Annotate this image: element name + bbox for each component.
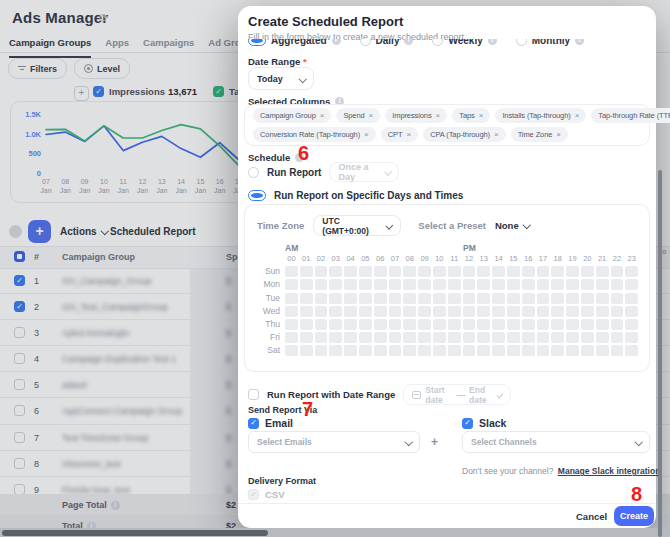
schedule-cell[interactable] (477, 279, 490, 290)
schedule-cell[interactable] (537, 319, 550, 330)
schedule-cell[interactable] (596, 332, 609, 343)
schedule-cell[interactable] (315, 279, 328, 290)
schedule-cell[interactable] (389, 319, 402, 330)
radio-unselected[interactable] (360, 39, 371, 46)
schedule-cell[interactable] (596, 306, 609, 317)
schedule-cell[interactable] (433, 279, 446, 290)
schedule-cell[interactable] (329, 319, 342, 330)
schedule-cell[interactable] (403, 345, 416, 356)
schedule-cell[interactable] (418, 279, 431, 290)
chip-remove-icon[interactable]: × (479, 111, 484, 120)
schedule-cell[interactable] (477, 306, 490, 317)
schedule-cell[interactable] (625, 293, 638, 304)
schedule-cell[interactable] (463, 319, 476, 330)
schedule-cell[interactable] (551, 345, 564, 356)
schedule-cell[interactable] (403, 306, 416, 317)
schedule-cell[interactable] (315, 266, 328, 277)
schedule-cell[interactable] (285, 319, 298, 330)
schedule-cell[interactable] (359, 266, 372, 277)
schedule-cell[interactable] (596, 266, 609, 277)
schedule-cell[interactable] (374, 266, 387, 277)
schedule-cell[interactable] (300, 332, 313, 343)
schedule-cell[interactable] (566, 332, 579, 343)
schedule-cell[interactable] (611, 279, 624, 290)
chip-remove-icon[interactable]: × (575, 111, 580, 120)
schedule-cell[interactable] (463, 279, 476, 290)
schedule-cell[interactable] (448, 306, 461, 317)
schedule-cell[interactable] (507, 319, 520, 330)
checkbox-unchecked[interactable] (248, 389, 259, 400)
schedule-cell[interactable] (477, 332, 490, 343)
schedule-cell[interactable] (359, 332, 372, 343)
schedule-cell[interactable] (403, 266, 416, 277)
aggregation-option-aggregated[interactable]: Aggregated (248, 39, 341, 46)
schedule-cell[interactable] (448, 332, 461, 343)
radio-selected[interactable] (248, 39, 266, 46)
schedule-cell[interactable] (581, 266, 594, 277)
schedule-cell[interactable] (463, 332, 476, 343)
schedule-cell[interactable] (551, 319, 564, 330)
schedule-cell[interactable] (389, 266, 402, 277)
schedule-cell[interactable] (522, 279, 535, 290)
schedule-cell[interactable] (433, 306, 446, 317)
schedule-cell[interactable] (566, 319, 579, 330)
chip-remove-icon[interactable]: × (494, 130, 499, 139)
schedule-cell[interactable] (315, 319, 328, 330)
schedule-cell[interactable] (285, 266, 298, 277)
schedule-cell[interactable] (551, 279, 564, 290)
schedule-cell[interactable] (581, 332, 594, 343)
schedule-cell[interactable] (433, 266, 446, 277)
schedule-cell[interactable] (566, 306, 579, 317)
schedule-cell[interactable] (625, 279, 638, 290)
schedule-cell[interactable] (285, 332, 298, 343)
schedule-cell[interactable] (507, 293, 520, 304)
schedule-cell[interactable] (625, 332, 638, 343)
schedule-cell[interactable] (329, 266, 342, 277)
schedule-cell[interactable] (551, 266, 564, 277)
schedule-cell[interactable] (315, 345, 328, 356)
chip-remove-icon[interactable]: × (369, 111, 374, 120)
schedule-cell[interactable] (344, 306, 357, 317)
schedule-cell[interactable] (551, 293, 564, 304)
horizontal-scrollbar[interactable] (0, 528, 670, 537)
schedule-cell[interactable] (522, 293, 535, 304)
schedule-cell[interactable] (596, 279, 609, 290)
schedule-cell[interactable] (374, 293, 387, 304)
schedule-cell[interactable] (507, 345, 520, 356)
run-specific-option[interactable]: Run Report on Specific Days and Times (248, 190, 463, 201)
schedule-cell[interactable] (418, 293, 431, 304)
schedule-cell[interactable] (374, 279, 387, 290)
schedule-cell[interactable] (329, 279, 342, 290)
radio-selected[interactable] (248, 190, 266, 201)
schedule-cell[interactable] (537, 293, 550, 304)
schedule-cell[interactable] (522, 266, 535, 277)
radio-unselected[interactable] (248, 167, 259, 178)
schedule-cell[interactable] (566, 345, 579, 356)
schedule-cell[interactable] (477, 266, 490, 277)
manage-slack-integration-link[interactable]: Manage Slack integration (558, 466, 661, 476)
schedule-cell[interactable] (477, 293, 490, 304)
schedule-cell[interactable] (537, 279, 550, 290)
schedule-cell[interactable] (581, 293, 594, 304)
schedule-cell[interactable] (477, 319, 490, 330)
schedule-cell[interactable] (418, 345, 431, 356)
schedule-cell[interactable] (537, 266, 550, 277)
schedule-cell[interactable] (344, 293, 357, 304)
schedule-cell[interactable] (433, 345, 446, 356)
schedule-cell[interactable] (389, 279, 402, 290)
schedule-cell[interactable] (625, 306, 638, 317)
aggregation-option-daily[interactable]: Daily (360, 39, 414, 46)
chip-remove-icon[interactable]: × (364, 130, 369, 139)
cancel-button[interactable]: Cancel (576, 511, 607, 522)
schedule-cell[interactable] (551, 332, 564, 343)
schedule-cell[interactable] (300, 306, 313, 317)
schedule-cell[interactable] (315, 332, 328, 343)
vertical-scrollbar-thumb[interactable] (658, 170, 662, 537)
schedule-cell[interactable] (566, 266, 579, 277)
schedule-cell[interactable] (344, 319, 357, 330)
aggregation-option-monthly[interactable]: Monthly (516, 39, 584, 46)
schedule-cell[interactable] (418, 319, 431, 330)
schedule-cell[interactable] (581, 345, 594, 356)
schedule-cell[interactable] (359, 279, 372, 290)
schedule-cell[interactable] (285, 279, 298, 290)
